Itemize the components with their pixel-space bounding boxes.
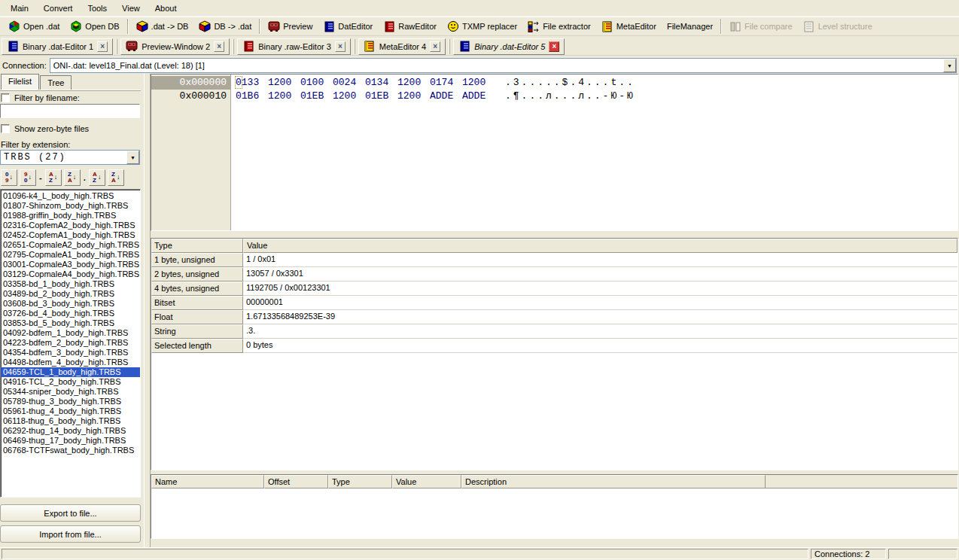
- menu-item-tools[interactable]: Tools: [80, 2, 114, 15]
- type-table-row[interactable]: 4 bytes, unsigned1192705 / 0x00123301: [151, 282, 957, 296]
- type-table-row[interactable]: Float1.67133568489253E-39: [151, 310, 957, 324]
- menu-item-about[interactable]: About: [148, 2, 184, 15]
- hex-byte-group: 0133: [236, 76, 261, 90]
- fields-column-header-description[interactable]: Description: [461, 475, 766, 488]
- sort-numeric-ascending-button[interactable]: 09↓: [1, 169, 17, 186]
- type-table-row[interactable]: String.3.: [151, 324, 957, 339]
- file-list-item[interactable]: 05344-sniper_body_high.TRBS: [1, 387, 140, 397]
- filename-filter-input[interactable]: [0, 104, 140, 118]
- file-list-item[interactable]: 03001-CopmaleA3_body_high.TRBS: [1, 260, 140, 269]
- tab-close-icon[interactable]: ×: [97, 41, 108, 52]
- type-table-row[interactable]: Selected length0 bytes: [151, 339, 957, 353]
- tab-binary-dat-editor-5[interactable]: Binary .dat-Editor 5×: [453, 38, 565, 55]
- import-from-file-button[interactable]: Import from file...: [0, 525, 141, 543]
- file-list-item[interactable]: 03853-bd_5_body_high.TRBS: [1, 318, 140, 328]
- toolbar-button-open-db[interactable]: Open DB: [65, 17, 124, 35]
- file-list-item[interactable]: 06292-thug_14_body_high.TRBS: [1, 426, 140, 436]
- tab-close-icon[interactable]: ×: [335, 41, 346, 52]
- file-list-item[interactable]: 03726-bd_4_body_high.TRBS: [1, 309, 140, 318]
- type-value-panel: Type Value 1 byte, unsigned1 / 0x012 byt…: [151, 238, 958, 470]
- file-list-item[interactable]: 02316-CopfemA2_body_high.TRBS: [1, 221, 140, 230]
- file-list-item[interactable]: 03129-CopmaleA4_body_high.TRBS: [1, 269, 140, 279]
- fields-column-header-offset[interactable]: Offset: [264, 475, 328, 488]
- toolbar-button-txmp-replacer[interactable]: TXMP replacer: [442, 17, 522, 35]
- toolbar-button-dat-db[interactable]: .dat -> DB: [131, 17, 194, 35]
- red-book-icon: [383, 20, 395, 32]
- sort-numeric-descending-button[interactable]: 90↓: [20, 169, 36, 186]
- toolbar-button-file-extractor[interactable]: File extractor: [522, 17, 596, 35]
- file-list-item[interactable]: 05789-thug_3_body_high.TRBS: [1, 397, 140, 406]
- fields-column-header-name[interactable]: Name: [151, 475, 264, 488]
- tab-label: Binary .dat-Editor 5: [474, 42, 545, 51]
- file-list-item[interactable]: 04659-TCL_1_body_high.TRBS: [1, 367, 140, 377]
- toolbar-button-metaeditor[interactable]: MetaEditor: [596, 17, 662, 35]
- sidebar-splitter[interactable]: [144, 74, 151, 547]
- tab-close-icon[interactable]: ×: [430, 41, 440, 52]
- file-list-item[interactable]: 02452-CopfemA1_body_high.TRBS: [1, 230, 140, 240]
- type-table-row[interactable]: 1 byte, unsigned1 / 0x01: [151, 253, 957, 267]
- sort-ext-alpha-descending-button[interactable]: ZA↓: [108, 169, 124, 186]
- hex-row[interactable]: 0x00001001B6120001EB120001EB1200ADDEADDE…: [151, 90, 957, 103]
- connection-dropdown-button[interactable]: ▼: [943, 59, 956, 72]
- file-list-item[interactable]: 04498-bdfem_4_body_high.TRBS: [1, 358, 140, 367]
- sort-name-alpha-descending-button[interactable]: ZA↓: [64, 169, 81, 186]
- hex-rows: 0x00000001331200010000240134120001741200…: [151, 75, 957, 103]
- sidebar-tab-filelist[interactable]: Filelist: [1, 74, 39, 90]
- file-list-item[interactable]: 04354-bdfem_3_body_high.TRBS: [1, 348, 140, 358]
- horizontal-splitter[interactable]: [151, 231, 958, 238]
- fields-column-header-value[interactable]: Value: [392, 475, 461, 488]
- tab-binary-raw-editor-3[interactable]: Binary .raw-Editor 3×: [237, 38, 351, 55]
- filter-by-filename-checkbox[interactable]: [1, 93, 10, 102]
- toolbar-button-preview[interactable]: Preview: [263, 17, 318, 35]
- tab-label: Binary .raw-Editor 3: [258, 42, 331, 51]
- extension-dropdown-button[interactable]: ▼: [126, 151, 139, 164]
- tab-preview-window-2[interactable]: Preview-Window 2×: [120, 38, 230, 55]
- tab-close-icon[interactable]: ×: [214, 41, 224, 52]
- file-list-item[interactable]: 02795-CopmaleA1_body_high.TRBS: [1, 250, 140, 260]
- sort-name-alpha-ascending-button[interactable]: AZ↓: [45, 169, 62, 186]
- file-list-item[interactable]: 06768-TCTFswat_body_high.TRBS: [1, 446, 140, 455]
- sort-ext-alpha-ascending-button[interactable]: AZ↓: [89, 169, 105, 186]
- tab-close-icon[interactable]: ×: [549, 41, 559, 52]
- hex-editor-panel[interactable]: 0x00000001331200010000240134120001741200…: [151, 74, 958, 231]
- sort-button-chars: 09: [5, 172, 8, 184]
- menu-item-main[interactable]: Main: [3, 2, 36, 15]
- toolbar-button-filemanager[interactable]: FileManager: [662, 17, 718, 35]
- hex-byte-group: 1200: [397, 76, 423, 90]
- file-list-item[interactable]: 04916-TCL_2_body_high.TRBS: [1, 377, 140, 387]
- export-to-file-label: Export to file...: [44, 509, 96, 518]
- value-column-header[interactable]: Value: [243, 239, 957, 253]
- toolbar-button-db-dat[interactable]: DB -> .dat: [193, 17, 257, 35]
- export-to-file-button[interactable]: Export to file...: [0, 504, 141, 522]
- type-table-row[interactable]: 2 bytes, unsigned13057 / 0x3301: [151, 267, 957, 282]
- toolbar-button-dateditor[interactable]: DatEditor: [318, 17, 378, 35]
- green-db-icon: [70, 20, 82, 32]
- fields-column-header-type[interactable]: Type: [328, 475, 392, 488]
- type-table-row[interactable]: Bitset00000001: [151, 296, 957, 310]
- toolbar-button-open-dat[interactable]: Open .dat: [3, 17, 65, 35]
- menu-item-convert[interactable]: Convert: [36, 2, 81, 15]
- file-list-item[interactable]: 06469-thug_17_body_high.TRBS: [1, 436, 140, 446]
- menu-item-view[interactable]: View: [114, 2, 148, 15]
- file-list[interactable]: 01096-k4_L_body_high.TRBS01807-Shinzom_b…: [0, 189, 141, 498]
- connection-combobox[interactable]: ONI-.dat: level18_Final.dat (Level: 18) …: [50, 58, 957, 73]
- file-list-item[interactable]: 03358-bd_1_body_high.TRBS: [1, 279, 140, 289]
- sidebar-tab-tree[interactable]: Tree: [40, 75, 72, 90]
- file-list-item[interactable]: 04223-bdfem_2_body_high.TRBS: [1, 338, 140, 348]
- extension-combobox[interactable]: TRBS (27) ▼: [0, 150, 140, 165]
- hex-row[interactable]: 0x00000001331200010000240134120001741200…: [151, 76, 957, 90]
- tab-binary-dat-editor-1[interactable]: Binary .dat-Editor 1×: [2, 38, 113, 55]
- file-list-item[interactable]: 01807-Shinzom_body_high.TRBS: [1, 201, 140, 211]
- file-list-item[interactable]: 04092-bdfem_1_body_high.TRBS: [1, 328, 140, 338]
- file-list-item[interactable]: 03489-bd_2_body_high.TRBS: [1, 289, 140, 299]
- file-list-item[interactable]: 01096-k4_L_body_high.TRBS: [1, 191, 140, 201]
- file-list-item[interactable]: 01988-griffin_body_high.TRBS: [1, 211, 140, 221]
- type-column-header[interactable]: Type: [151, 239, 243, 253]
- file-list-item[interactable]: 03608-bd_3_body_high.TRBS: [1, 299, 140, 309]
- file-list-item[interactable]: 02651-CopmaleA2_body_high.TRBS: [1, 240, 140, 250]
- file-list-item[interactable]: 06118-thug_6_body_high.TRBS: [1, 416, 140, 426]
- show-zero-byte-checkbox[interactable]: [1, 124, 10, 133]
- toolbar-button-raweditor[interactable]: RawEditor: [378, 17, 442, 35]
- tab-metaeditor-4[interactable]: MetaEditor 4×: [358, 38, 446, 55]
- file-list-item[interactable]: 05961-thug_4_body_high.TRBS: [1, 406, 140, 416]
